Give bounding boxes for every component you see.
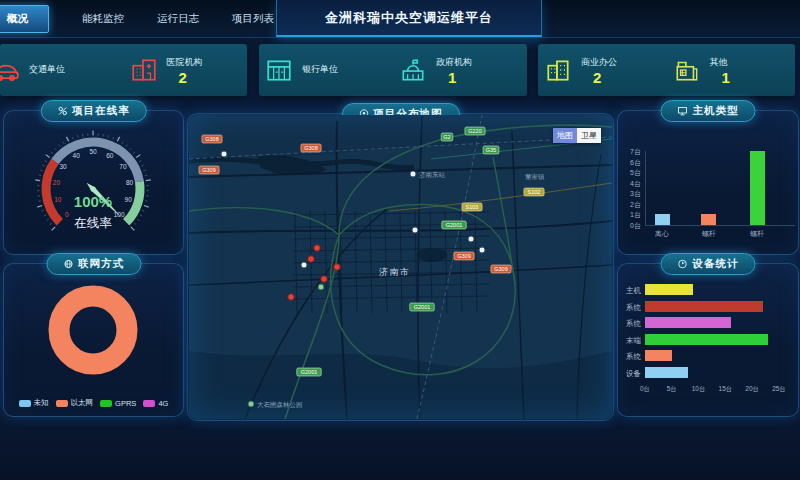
tab-run-log[interactable]: 运行日志 (157, 12, 199, 26)
panel-device-header: 设备统计 (661, 253, 756, 275)
y-axis-label: 末端 (618, 336, 641, 346)
bar (645, 334, 768, 345)
tab-overview[interactable]: 概况 (0, 5, 49, 33)
map-label: 董家镇 (525, 173, 545, 180)
x-axis-label: 离心 (646, 229, 678, 239)
project-marker[interactable] (288, 294, 294, 300)
gauge-tick (122, 142, 123, 144)
stat-hospital: 医院机构 2 (124, 56, 248, 85)
tab-energy-monitor[interactable]: 能耗监控 (82, 12, 124, 26)
y-axis-label: 5台 (618, 168, 641, 178)
gauge-icon (678, 259, 688, 269)
gauge-tick-label: 80 (126, 179, 134, 186)
gauge-tick (42, 165, 44, 166)
panel-online-rate: 项目在线率 0102030405060708090100100%在线率 (3, 110, 184, 255)
satellite-mode-button[interactable]: 卫星 (577, 128, 601, 143)
legend-item[interactable]: GPRS (100, 398, 136, 408)
percent-icon (57, 106, 67, 116)
gauge-tick (130, 148, 132, 150)
stat-bank: 银行单位 (259, 56, 393, 84)
stat-value: 1 (448, 70, 472, 85)
stat-label: 政府机构 (436, 56, 472, 69)
map-label: 大石崮森林公园 (257, 401, 303, 409)
stat-value: 2 (593, 70, 617, 85)
text: S102 (528, 189, 541, 195)
gauge-tick (55, 148, 57, 150)
legend-item[interactable]: 以太网 (56, 398, 94, 408)
network-legend: 未知以太网GPRS4G (4, 398, 183, 408)
gauge-tick-label: 0 (65, 211, 69, 218)
monitor-icon (678, 106, 688, 116)
text: G308 (304, 145, 317, 151)
project-marker[interactable] (321, 276, 327, 282)
road-badge: G309 (454, 252, 474, 260)
app-title-frame: 金洲科瑞中央空调运维平台 (276, 0, 542, 37)
legend-swatch (19, 400, 31, 407)
panel-project-map: 项目分布地图 (187, 113, 614, 421)
stat-label: 医院机构 (167, 56, 203, 69)
map-mode-button[interactable]: 地图 (553, 128, 577, 143)
legend-label: 未知 (34, 398, 49, 408)
y-axis-line (645, 151, 646, 225)
gauge-tick (59, 145, 61, 147)
bar (645, 350, 672, 361)
gauge-tick (144, 206, 149, 208)
gauge-tick (108, 135, 109, 137)
tab-project-list[interactable]: 项目列表 (232, 12, 274, 26)
text: G308 (205, 136, 218, 142)
station-marker (479, 247, 485, 253)
bar (701, 214, 716, 225)
gauge-tick-label: 100 (114, 211, 125, 218)
network-donut (4, 274, 183, 416)
road-badge: G2001 (297, 368, 322, 376)
x-axis-label: 5台 (660, 385, 684, 394)
bar (645, 284, 693, 295)
y-axis-label: 1台 (618, 210, 641, 220)
gauge-tick (145, 201, 147, 202)
x-axis-label: 螺杆 (693, 229, 725, 239)
station-marker (301, 262, 307, 268)
project-marker[interactable] (334, 264, 340, 270)
x-axis-label: 0台 (633, 385, 657, 394)
panel-title: 设备统计 (693, 257, 739, 271)
map-canvas[interactable]: G308G308G309G309G309G2G220G35G2001G2001G… (189, 115, 612, 419)
legend-item[interactable]: 4G (143, 398, 168, 408)
map-layer-switch: 地图 卫星 (553, 128, 601, 143)
panel-title: 联网方式 (78, 257, 124, 271)
gauge-tick (63, 142, 64, 144)
gauge-zone (55, 142, 139, 182)
project-marker[interactable] (308, 256, 314, 262)
gauge-tick (140, 215, 142, 216)
project-marker[interactable] (314, 245, 320, 251)
park-marker (318, 284, 324, 290)
gauge-label: 在线率 (74, 216, 112, 230)
gauge-tick-label: 70 (119, 163, 127, 170)
road-badge: S102 (524, 188, 544, 196)
gauge-tick (126, 145, 128, 147)
gauge-tick (42, 210, 44, 211)
gauge-tick (50, 223, 52, 225)
gauge-tick (44, 215, 46, 216)
stat-other: 其他 1 (667, 56, 796, 85)
bar (645, 317, 731, 328)
gauge-tick (142, 210, 144, 211)
y-axis-label: 6台 (618, 158, 641, 168)
road-badge: G2001 (442, 221, 467, 229)
gauge-tick (134, 223, 136, 225)
gauge-tick-label: 50 (89, 148, 97, 155)
stat-value: 2 (179, 70, 203, 85)
road-badge: G309 (199, 166, 219, 174)
y-axis-label: 0台 (618, 221, 641, 231)
stat-card-3: 商业办公 2 其他 1 (538, 44, 795, 96)
gauge-tick-label: 90 (125, 196, 133, 203)
gauge-tick (47, 219, 49, 220)
hospital-icon (130, 56, 158, 84)
station-marker (412, 227, 418, 233)
legend-label: 以太网 (71, 398, 94, 408)
legend-item[interactable]: 未知 (19, 398, 49, 408)
y-axis-label: 7台 (618, 147, 641, 157)
text: G2 (443, 134, 450, 140)
text: G309 (202, 167, 215, 173)
bar (655, 214, 670, 225)
road-badge: G2001 (410, 303, 435, 311)
